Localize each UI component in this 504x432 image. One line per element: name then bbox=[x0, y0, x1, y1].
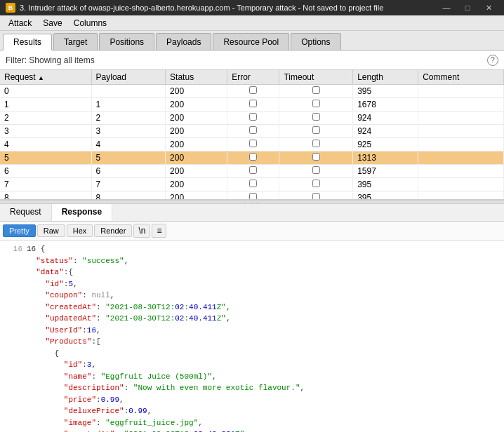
code-line: "coupon": null, bbox=[6, 290, 498, 302]
cell-payload: 3 bbox=[91, 125, 166, 138]
app-icon: B bbox=[6, 3, 15, 13]
cell-request: 4 bbox=[0, 138, 91, 151]
table-row[interactable]: 5 5 200 1313 bbox=[0, 151, 504, 165]
subtab-raw[interactable]: Raw bbox=[37, 224, 65, 237]
cell-comment bbox=[418, 178, 504, 191]
cell-timeout bbox=[279, 138, 353, 151]
cell-payload: 2 bbox=[91, 112, 166, 125]
cell-comment bbox=[418, 98, 504, 112]
close-button[interactable]: ✕ bbox=[479, 0, 498, 15]
menu-save[interactable]: Save bbox=[37, 15, 67, 31]
cell-error bbox=[227, 178, 279, 191]
cell-length: 395 bbox=[353, 191, 418, 201]
cell-timeout bbox=[279, 178, 353, 191]
cell-status: 200 bbox=[166, 151, 227, 165]
cell-payload: 4 bbox=[91, 138, 166, 151]
code-line: 1616 { bbox=[6, 243, 498, 255]
cell-status: 200 bbox=[166, 138, 227, 151]
cell-status: 200 bbox=[166, 125, 227, 138]
cell-comment bbox=[418, 151, 504, 165]
col-request[interactable]: Request ▲ bbox=[0, 70, 91, 85]
window-title: 3. Intruder attack of owasp-juice-shop-a… bbox=[20, 4, 383, 12]
cell-length: 924 bbox=[353, 125, 418, 138]
col-length[interactable]: Length bbox=[353, 70, 418, 85]
col-timeout[interactable]: Timeout bbox=[279, 70, 353, 85]
cell-length: 924 bbox=[353, 112, 418, 125]
code-line: "id":5, bbox=[6, 278, 498, 290]
menu-columns[interactable]: Columns bbox=[68, 15, 112, 31]
cell-payload: 7 bbox=[91, 178, 166, 191]
tab-response[interactable]: Response bbox=[52, 204, 112, 221]
tab-positions[interactable]: Positions bbox=[99, 33, 154, 50]
cell-error bbox=[227, 138, 279, 151]
code-line: "image": "eggfruit_juice.jpg", bbox=[6, 417, 498, 429]
cell-comment bbox=[418, 112, 504, 125]
col-comment[interactable]: Comment bbox=[418, 70, 504, 85]
title-bar: B 3. Intruder attack of owasp-juice-shop… bbox=[0, 0, 504, 15]
cell-request: 8 bbox=[0, 191, 91, 201]
subtab-newline[interactable]: \n bbox=[133, 224, 150, 238]
col-error[interactable]: Error bbox=[227, 70, 279, 85]
code-line: "Products":[ bbox=[6, 336, 498, 348]
tab-options[interactable]: Options bbox=[291, 33, 340, 50]
table-row[interactable]: 0 200 395 bbox=[0, 85, 504, 98]
tab-results[interactable]: Results bbox=[3, 34, 52, 50]
table-row[interactable]: 6 6 200 1597 bbox=[0, 165, 504, 178]
req-res-panel: Request Response Pretty Raw Hex Render \… bbox=[0, 204, 504, 432]
table-row[interactable]: 4 4 200 925 bbox=[0, 138, 504, 151]
cell-length: 925 bbox=[353, 138, 418, 151]
code-line: { bbox=[6, 348, 498, 360]
table-row[interactable]: 2 2 200 924 bbox=[0, 112, 504, 125]
menu-attack[interactable]: Attack bbox=[3, 15, 37, 31]
cell-request: 7 bbox=[0, 178, 91, 191]
cell-status: 200 bbox=[166, 85, 227, 98]
help-icon[interactable]: ? bbox=[487, 55, 498, 66]
menu-bar: Attack Save Columns bbox=[0, 15, 504, 31]
code-line: "description": "Now with even more exoti… bbox=[6, 382, 498, 394]
tab-payloads[interactable]: Payloads bbox=[156, 33, 211, 50]
cell-payload bbox=[91, 85, 166, 98]
cell-timeout bbox=[279, 191, 353, 201]
subtab-menu[interactable]: ≡ bbox=[152, 224, 166, 238]
subtab-pretty[interactable]: Pretty bbox=[3, 224, 36, 237]
tab-request[interactable]: Request bbox=[0, 204, 52, 221]
cell-timeout bbox=[279, 98, 353, 112]
code-line: "status": "success", bbox=[6, 255, 498, 267]
cell-error bbox=[227, 125, 279, 138]
code-line: "updatedAt": "2021-08-30T12:02:40.411Z", bbox=[6, 313, 498, 325]
col-status[interactable]: Status bbox=[166, 70, 227, 85]
code-area: 1616 { "status": "success", "data":{ "id… bbox=[0, 241, 504, 432]
cell-error bbox=[227, 165, 279, 178]
col-payload[interactable]: Payload bbox=[91, 70, 166, 85]
subtab-hex[interactable]: Hex bbox=[67, 224, 93, 237]
tab-target[interactable]: Target bbox=[53, 33, 98, 50]
maximize-button[interactable]: □ bbox=[458, 0, 477, 15]
cell-comment bbox=[418, 165, 504, 178]
cell-comment bbox=[418, 138, 504, 151]
code-line: "UserId":16, bbox=[6, 325, 498, 337]
cell-timeout bbox=[279, 165, 353, 178]
subtab-render[interactable]: Render bbox=[94, 224, 132, 237]
cell-error bbox=[227, 151, 279, 165]
code-line: "price":0.99, bbox=[6, 394, 498, 406]
cell-error bbox=[227, 98, 279, 112]
cell-status: 200 bbox=[166, 165, 227, 178]
cell-request: 0 bbox=[0, 85, 91, 98]
table-row[interactable]: 3 3 200 924 bbox=[0, 125, 504, 138]
cell-request: 3 bbox=[0, 125, 91, 138]
req-res-tabs: Request Response bbox=[0, 204, 504, 222]
table-row[interactable]: 7 7 200 395 bbox=[0, 178, 504, 191]
cell-error bbox=[227, 85, 279, 98]
cell-timeout bbox=[279, 125, 353, 138]
cell-status: 200 bbox=[166, 112, 227, 125]
code-line: "deluxePrice":0.99, bbox=[6, 405, 498, 417]
cell-status: 200 bbox=[166, 98, 227, 112]
minimize-button[interactable]: — bbox=[437, 0, 456, 15]
code-line: "name": "Eggfruit Juice (500ml)", bbox=[6, 371, 498, 383]
tab-resource-pool[interactable]: Resource Pool bbox=[213, 33, 289, 50]
cell-length: 1678 bbox=[353, 98, 418, 112]
cell-length: 395 bbox=[353, 178, 418, 191]
cell-status: 200 bbox=[166, 178, 227, 191]
cell-length: 395 bbox=[353, 85, 418, 98]
table-row[interactable]: 1 1 200 1678 bbox=[0, 98, 504, 112]
